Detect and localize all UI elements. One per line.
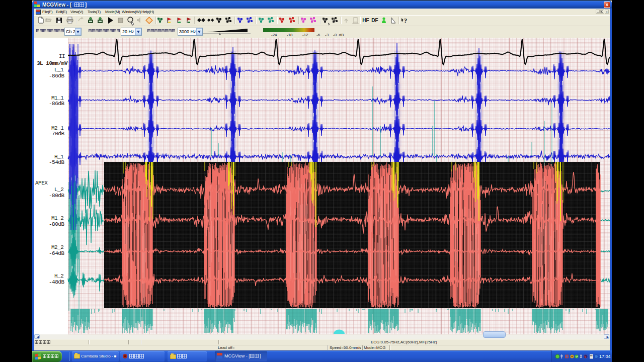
svg-text:DF: DF bbox=[371, 18, 378, 23]
svg-text:?: ? bbox=[404, 17, 408, 24]
svg-text:HF: HF bbox=[362, 18, 369, 23]
